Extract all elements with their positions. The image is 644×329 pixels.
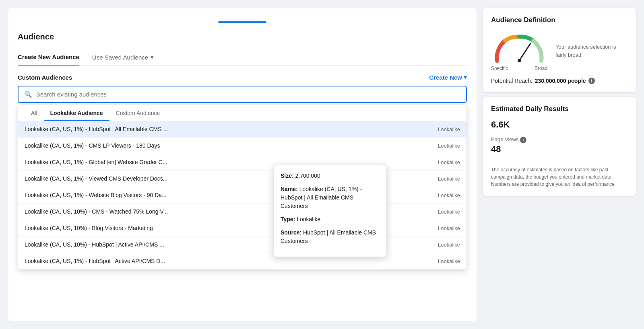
chevron-down-icon-create: ▾ bbox=[464, 74, 467, 81]
audience-list-item[interactable]: Lookalike (CA, US, 1%) - HubSpot | Activ… bbox=[18, 253, 466, 269]
tooltip-type: Type: Lookalike bbox=[281, 215, 380, 224]
item-name: Lookalike (CA, US, 1%) - Viewed CMS Deve… bbox=[25, 175, 167, 182]
potential-reach-info-icon[interactable]: i bbox=[588, 78, 595, 84]
item-type: Lookalike bbox=[438, 126, 460, 132]
item-type: Lookalike bbox=[438, 192, 460, 198]
gauge-container: Specific Broad Your audience selection i… bbox=[491, 31, 628, 71]
audience-definition-card: Audience Definition bbox=[483, 8, 636, 92]
search-input[interactable] bbox=[36, 91, 460, 98]
item-type: Lookalike bbox=[438, 209, 460, 215]
tab-use-saved-audience[interactable]: Use Saved Audience ▾ bbox=[92, 49, 154, 66]
estimated-daily-title: Estimated Daily Results bbox=[491, 105, 628, 113]
tooltip-size: Size: 2,700,000 bbox=[281, 172, 380, 180]
item-name: Lookalike (CA, US, 1%) - HubSpot | Activ… bbox=[25, 258, 165, 264]
audience-list-item[interactable]: Lookalike (CA, US, 10%) - Blog Visitors … bbox=[18, 220, 466, 236]
disclaimer-text: The accuracy of estimates is based on fa… bbox=[491, 161, 628, 188]
reach-result: 6.6K bbox=[491, 119, 628, 130]
gauge-labels: Specific Broad bbox=[491, 66, 547, 71]
audience-list: Lookalike (CA, US, 1%) - HubSpot | All E… bbox=[18, 121, 466, 269]
tooltip-source: Source: HubSpot | All Emailable CMS Cust… bbox=[281, 228, 380, 245]
audience-list-item[interactable]: Lookalike (CA, US, 1%) - Global [en] Web… bbox=[18, 154, 466, 171]
audience-list-item[interactable]: Lookalike (CA, US, 10%) - HubSpot | Acti… bbox=[18, 236, 466, 253]
custom-audiences-label: Custom Audiences bbox=[18, 74, 72, 81]
item-type: Lookalike bbox=[438, 242, 460, 248]
dropdown-tabs: All Lookalike Audience Custom Audience bbox=[18, 105, 466, 121]
audience-definition-desc: Your audience selection is fairly broad. bbox=[555, 43, 628, 59]
item-type: Lookalike bbox=[438, 258, 460, 264]
item-name: Lookalike (CA, US, 1%) - CMS LP Viewers … bbox=[25, 142, 160, 149]
item-type: Lookalike bbox=[438, 225, 460, 231]
progress-bar bbox=[218, 21, 266, 23]
broad-label: Broad bbox=[535, 66, 547, 71]
dropdown-tab-lookalike[interactable]: Lookalike Audience bbox=[44, 105, 109, 121]
audience-dropdown: All Lookalike Audience Custom Audience L… bbox=[18, 105, 467, 270]
item-name: Lookalike (CA, US, 1%) - HubSpot | All E… bbox=[25, 126, 168, 132]
svg-line-0 bbox=[519, 43, 530, 61]
dropdown-tab-all[interactable]: All bbox=[25, 105, 44, 121]
item-name: Lookalike (CA, US, 10%) - HubSpot | Acti… bbox=[25, 241, 164, 248]
item-type: Lookalike bbox=[438, 159, 460, 165]
search-icon: 🔍 bbox=[24, 90, 32, 98]
dropdown-tab-custom[interactable]: Custom Audience bbox=[109, 105, 167, 121]
audience-definition-title: Audience Definition bbox=[491, 16, 628, 24]
item-type: Lookalike bbox=[438, 176, 460, 182]
gauge-chart: Specific Broad bbox=[491, 31, 547, 71]
specific-label: Specific bbox=[491, 66, 508, 71]
audience-list-item[interactable]: Lookalike (CA, US, 1%) - Viewed CMS Deve… bbox=[18, 171, 466, 187]
audience-list-item[interactable]: Lookalike (CA, US, 10%) - CMS - Watched … bbox=[18, 204, 466, 220]
page-views-label: Page Views i bbox=[491, 136, 628, 143]
page-views-value: 48 bbox=[491, 144, 628, 154]
page-title: Audience bbox=[18, 32, 467, 41]
tooltip-name: Name: Lookalike (CA, US, 1%) - HubSpot |… bbox=[281, 185, 380, 210]
audience-list-item[interactable]: Lookalike (CA, US, 1%) - CMS LP Viewers … bbox=[18, 138, 466, 154]
item-name: Lookalike (CA, US, 10%) - Blog Visitors … bbox=[25, 225, 153, 231]
progress-bar-container bbox=[18, 18, 467, 24]
estimated-daily-results-card: Estimated Daily Results 6.6K Page Views … bbox=[483, 97, 636, 196]
audience-list-item[interactable]: Lookalike (CA, US, 1%) - Website Blog Vi… bbox=[18, 187, 466, 204]
tab-create-new-audience[interactable]: Create New Audience bbox=[18, 49, 79, 66]
chevron-down-icon: ▾ bbox=[151, 53, 154, 61]
item-type: Lookalike bbox=[438, 143, 460, 149]
item-name: Lookalike (CA, US, 1%) - Global [en] Web… bbox=[25, 159, 167, 165]
item-name: Lookalike (CA, US, 10%) - CMS - Watched … bbox=[25, 208, 168, 215]
audience-list-item[interactable]: Lookalike (CA, US, 1%) - HubSpot | All E… bbox=[18, 121, 466, 138]
svg-point-1 bbox=[518, 59, 521, 62]
page-views-info-icon[interactable]: i bbox=[520, 137, 526, 143]
item-name: Lookalike (CA, US, 1%) - Website Blog Vi… bbox=[25, 192, 167, 198]
create-new-button[interactable]: Create New ▾ bbox=[429, 74, 467, 81]
potential-reach: Potential Reach: 230,000,000 people i bbox=[491, 78, 628, 84]
page-views-result: Page Views i 48 bbox=[491, 136, 628, 154]
custom-audiences-header: Custom Audiences Create New ▾ bbox=[18, 74, 467, 81]
audience-tooltip-popup: Size: 2,700,000 Name: Lookalike (CA, US,… bbox=[274, 165, 386, 257]
search-container: 🔍 bbox=[18, 86, 467, 103]
reach-value: 6.6K bbox=[491, 119, 628, 130]
audience-tabs: Create New Audience Use Saved Audience ▾ bbox=[18, 49, 467, 66]
